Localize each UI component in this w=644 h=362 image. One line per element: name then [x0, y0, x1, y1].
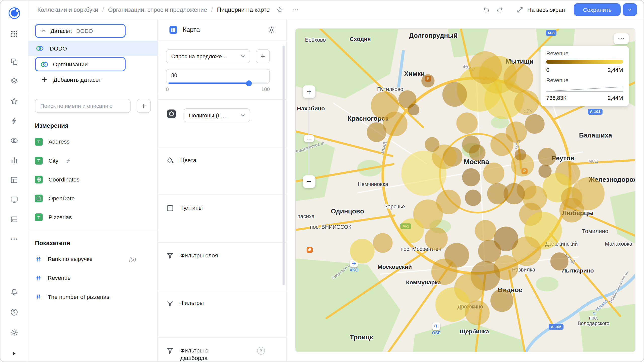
chart-section-4[interactable]: Фильтры с дашборда? [158, 337, 286, 361]
apps-grid-icon[interactable] [6, 25, 22, 42]
breadcrumb-more-icon[interactable] [292, 6, 299, 13]
field-name: City [49, 157, 58, 164]
tooltip-icon [166, 204, 174, 212]
favorites-icon[interactable] [6, 93, 22, 109]
save-button[interactable]: Сохранить [574, 3, 621, 16]
date-field-icon [35, 194, 43, 202]
field-item[interactable]: OpenDate [28, 189, 157, 208]
editor-icon[interactable] [6, 171, 22, 188]
connections-icon[interactable] [6, 211, 22, 227]
field-item[interactable]: City [28, 151, 157, 170]
slider-track[interactable] [168, 82, 267, 84]
recent-icon[interactable] [6, 112, 22, 129]
map-legend: Revenue 0 2,44M Revenue 738,83К 2,44M [541, 46, 629, 106]
field-search-input[interactable] [35, 99, 131, 113]
chart-header: Карта [158, 19, 286, 41]
chart-section-0[interactable]: Цвета [158, 147, 286, 194]
chart-section-2[interactable]: Фильтры слоя [158, 242, 286, 290]
funnel-icon [166, 252, 174, 260]
breadcrumb-separator: / [102, 6, 104, 13]
add-field-button[interactable] [137, 99, 151, 113]
chevron-down-icon [239, 53, 246, 60]
chart-section-1[interactable]: Тултипы [158, 195, 286, 242]
fullscreen-button[interactable]: На весь экран [516, 6, 565, 13]
layer-opacity-slider[interactable]: 80 [166, 69, 270, 84]
settings-icon[interactable] [6, 324, 22, 340]
layer-select[interactable]: Спрос на предложе… [166, 49, 250, 63]
measure-item[interactable]: The number of pizzerias [28, 287, 157, 306]
favorite-star-icon[interactable] [276, 6, 283, 13]
map-more-icon[interactable] [614, 33, 629, 44]
measures-title: Показатели [28, 239, 157, 246]
geo-field-icon [35, 175, 43, 183]
datalens-logo-icon[interactable] [7, 6, 22, 21]
geotype-icon [166, 108, 177, 119]
add-layer-button[interactable] [256, 49, 270, 63]
field-name: Coordinates [49, 176, 79, 183]
string-field-icon [35, 213, 43, 221]
measure-name: Rank по выручке [48, 256, 92, 262]
section-label: Тултипы [180, 204, 203, 211]
field-name: Address [49, 138, 70, 145]
dataset-panel: Датасет: DODO DODOОрганизации Добавить д… [28, 19, 158, 362]
redo-icon[interactable] [496, 6, 504, 14]
slider-fill [168, 82, 248, 84]
field-item[interactable]: Pizzerias [28, 208, 157, 227]
layer-select-value: Спрос на предложе… [171, 53, 227, 59]
hash-icon [35, 274, 42, 281]
charts-icon[interactable] [6, 152, 22, 168]
zoom-out-button[interactable]: − [303, 175, 315, 188]
formula-icon: f(x) [128, 255, 139, 263]
legend-size-title: Revenue [546, 77, 623, 83]
notifications-icon[interactable] [6, 284, 22, 300]
field-item[interactable]: Address [28, 132, 157, 151]
zoom-in-button[interactable]: + [303, 85, 315, 98]
legend-color-max: 2,44M [608, 67, 623, 73]
more-icon[interactable] [6, 231, 22, 247]
add-dataset-button[interactable]: Добавить датасет [28, 72, 157, 87]
breadcrumb-item[interactable]: Организации: спрос и предложение [108, 6, 207, 13]
divider [28, 230, 157, 230]
dataset-rings-icon [40, 60, 49, 69]
breadcrumb-item[interactable]: Коллекции и воркбуки [37, 6, 98, 13]
workbooks-icon[interactable] [6, 73, 22, 89]
string-field-icon [35, 138, 43, 146]
geotype-select[interactable]: Полигоны (Г… [184, 108, 250, 122]
breadcrumb-item[interactable]: Пиццерии на карте [217, 6, 270, 13]
opacity-max-label: 100 [261, 86, 270, 92]
help-icon[interactable]: ? [257, 347, 265, 355]
colors-icon [166, 156, 174, 165]
dashboards-icon[interactable] [6, 191, 22, 208]
expand-sidebar-icon[interactable] [10, 349, 18, 357]
add-dataset-label: Добавить датасет [53, 76, 101, 83]
string-field-icon [35, 157, 43, 164]
datasets-icon[interactable] [6, 132, 22, 149]
dataset-rings-icon [35, 44, 44, 53]
measure-name: The number of pizzerias [48, 293, 109, 300]
slider-knob[interactable] [246, 80, 252, 86]
scrollbar[interactable] [283, 46, 285, 285]
collections-icon[interactable] [6, 53, 22, 70]
measure-item[interactable]: Rank по выручкеf(x) [28, 250, 157, 268]
field-name: Pizzerias [49, 214, 72, 220]
field-item[interactable]: Coordinates [28, 170, 157, 189]
funnel-icon [166, 299, 174, 307]
svg-text:f(x): f(x) [129, 257, 136, 262]
dimensions-title: Измерения [28, 122, 157, 129]
geotype-section: Полигоны (Г… [158, 99, 286, 147]
fullscreen-label: На весь экран [527, 6, 565, 13]
help-icon[interactable] [6, 304, 22, 320]
section-label: Фильтры с дашборда [180, 347, 229, 362]
dataset-switcher[interactable]: Датасет: DODO [35, 24, 126, 38]
opacity-min-label: 0 [166, 86, 169, 92]
chart-section-3[interactable]: Фильтры [158, 290, 286, 337]
dataset-item[interactable]: Организации [35, 57, 126, 71]
undo-icon[interactable] [482, 6, 490, 14]
legend-color-min: 0 [546, 67, 549, 73]
chart-settings-gear-icon[interactable] [267, 26, 276, 34]
measure-item[interactable]: Revenue [28, 268, 157, 287]
save-options-button[interactable] [623, 3, 637, 16]
dataset-item[interactable]: DODO [28, 41, 157, 56]
map-canvas[interactable]: СходняДолгопрудныйМытищиХимкиПутилковоБр… [295, 28, 635, 352]
zoom-slider-handle[interactable] [304, 135, 314, 142]
